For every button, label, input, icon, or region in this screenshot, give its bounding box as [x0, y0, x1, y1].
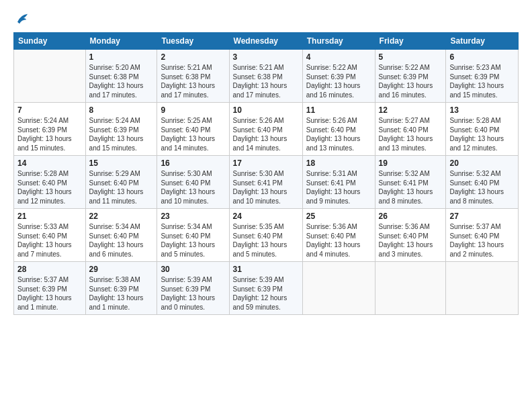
- day-number: 6: [449, 52, 515, 62]
- day-number: 28: [17, 265, 82, 274]
- calendar-cell: 9Sunrise: 5:25 AM Sunset: 6:40 PM Daylig…: [157, 103, 229, 156]
- day-info: Sunrise: 5:28 AM Sunset: 6:40 PM Dayligh…: [449, 116, 515, 152]
- calendar-cell: [302, 262, 375, 315]
- day-info: Sunrise: 5:37 AM Sunset: 6:40 PM Dayligh…: [449, 222, 515, 259]
- calendar-cell: 28Sunrise: 5:37 AM Sunset: 6:39 PM Dayli…: [14, 262, 86, 315]
- day-number: 26: [379, 212, 443, 221]
- calendar-cell: 26Sunrise: 5:36 AM Sunset: 6:40 PM Dayli…: [375, 209, 446, 262]
- day-header-saturday: Saturday: [446, 33, 519, 50]
- day-number: 31: [233, 265, 299, 274]
- day-number: 18: [306, 158, 371, 168]
- day-number: 30: [161, 265, 225, 274]
- day-info: Sunrise: 5:39 AM Sunset: 6:39 PM Dayligh…: [233, 275, 299, 312]
- calendar-cell: 3Sunrise: 5:21 AM Sunset: 6:38 PM Daylig…: [229, 50, 302, 103]
- calendar-cell: 1Sunrise: 5:20 AM Sunset: 6:38 PM Daylig…: [85, 50, 157, 103]
- calendar-cell: 11Sunrise: 5:26 AM Sunset: 6:40 PM Dayli…: [302, 103, 375, 156]
- day-info: Sunrise: 5:30 AM Sunset: 6:41 PM Dayligh…: [233, 169, 299, 205]
- day-number: 14: [17, 158, 82, 168]
- day-info: Sunrise: 5:30 AM Sunset: 6:40 PM Dayligh…: [161, 169, 225, 205]
- day-info: Sunrise: 5:21 AM Sunset: 6:38 PM Dayligh…: [161, 63, 225, 99]
- calendar-cell: 8Sunrise: 5:24 AM Sunset: 6:39 PM Daylig…: [85, 103, 157, 156]
- day-info: Sunrise: 5:22 AM Sunset: 6:39 PM Dayligh…: [379, 63, 443, 99]
- calendar-header-row: SundayMondayTuesdayWednesdayThursdayFrid…: [14, 33, 519, 50]
- calendar-cell: 20Sunrise: 5:32 AM Sunset: 6:40 PM Dayli…: [446, 156, 519, 209]
- day-number: 15: [89, 158, 154, 168]
- day-number: 3: [233, 52, 299, 62]
- calendar-cell: [375, 262, 446, 315]
- week-row-1: 1Sunrise: 5:20 AM Sunset: 6:38 PM Daylig…: [14, 50, 519, 103]
- day-number: 10: [233, 105, 299, 115]
- day-info: Sunrise: 5:22 AM Sunset: 6:39 PM Dayligh…: [306, 63, 371, 99]
- day-info: Sunrise: 5:32 AM Sunset: 6:40 PM Dayligh…: [449, 169, 515, 205]
- calendar-cell: 25Sunrise: 5:36 AM Sunset: 6:40 PM Dayli…: [302, 209, 375, 262]
- calendar-cell: [446, 262, 519, 315]
- day-info: Sunrise: 5:36 AM Sunset: 6:40 PM Dayligh…: [379, 222, 443, 259]
- calendar-cell: 15Sunrise: 5:29 AM Sunset: 6:40 PM Dayli…: [85, 156, 157, 209]
- calendar-cell: 22Sunrise: 5:34 AM Sunset: 6:40 PM Dayli…: [85, 209, 157, 262]
- day-info: Sunrise: 5:26 AM Sunset: 6:40 PM Dayligh…: [306, 116, 371, 152]
- day-header-thursday: Thursday: [302, 33, 375, 50]
- day-header-tuesday: Tuesday: [157, 33, 229, 50]
- day-number: 24: [233, 212, 299, 221]
- day-number: 29: [89, 265, 154, 274]
- day-number: 25: [306, 212, 371, 221]
- calendar-cell: 17Sunrise: 5:30 AM Sunset: 6:41 PM Dayli…: [229, 156, 302, 209]
- week-row-2: 7Sunrise: 5:24 AM Sunset: 6:39 PM Daylig…: [14, 103, 519, 156]
- day-info: Sunrise: 5:32 AM Sunset: 6:41 PM Dayligh…: [379, 169, 443, 205]
- calendar: SundayMondayTuesdayWednesdayThursdayFrid…: [13, 32, 519, 315]
- calendar-cell: 23Sunrise: 5:34 AM Sunset: 6:40 PM Dayli…: [157, 209, 229, 262]
- day-number: 2: [161, 52, 225, 62]
- calendar-cell: [14, 50, 86, 103]
- calendar-cell: 16Sunrise: 5:30 AM Sunset: 6:40 PM Dayli…: [157, 156, 229, 209]
- week-row-5: 28Sunrise: 5:37 AM Sunset: 6:39 PM Dayli…: [14, 262, 519, 315]
- day-number: 5: [379, 52, 443, 62]
- day-info: Sunrise: 5:39 AM Sunset: 6:39 PM Dayligh…: [161, 275, 225, 312]
- calendar-cell: 12Sunrise: 5:27 AM Sunset: 6:40 PM Dayli…: [375, 103, 446, 156]
- day-number: 8: [89, 105, 154, 115]
- day-info: Sunrise: 5:33 AM Sunset: 6:40 PM Dayligh…: [17, 222, 82, 259]
- day-number: 27: [449, 212, 515, 221]
- calendar-cell: 31Sunrise: 5:39 AM Sunset: 6:39 PM Dayli…: [229, 262, 302, 315]
- day-number: 17: [233, 158, 299, 168]
- day-number: 22: [89, 212, 154, 221]
- day-info: Sunrise: 5:24 AM Sunset: 6:39 PM Dayligh…: [89, 116, 154, 152]
- calendar-cell: 5Sunrise: 5:22 AM Sunset: 6:39 PM Daylig…: [375, 50, 446, 103]
- day-number: 21: [17, 212, 82, 221]
- logo-bird-icon: [13, 11, 30, 27]
- day-info: Sunrise: 5:34 AM Sunset: 6:40 PM Dayligh…: [161, 222, 225, 259]
- day-number: 23: [161, 212, 225, 221]
- calendar-cell: 27Sunrise: 5:37 AM Sunset: 6:40 PM Dayli…: [446, 209, 519, 262]
- calendar-cell: 29Sunrise: 5:38 AM Sunset: 6:39 PM Dayli…: [85, 262, 157, 315]
- day-info: Sunrise: 5:34 AM Sunset: 6:40 PM Dayligh…: [89, 222, 154, 259]
- day-info: Sunrise: 5:38 AM Sunset: 6:39 PM Dayligh…: [89, 275, 154, 312]
- day-number: 13: [449, 105, 515, 115]
- calendar-cell: 18Sunrise: 5:31 AM Sunset: 6:41 PM Dayli…: [302, 156, 375, 209]
- header: [13, 11, 519, 27]
- calendar-cell: 2Sunrise: 5:21 AM Sunset: 6:38 PM Daylig…: [157, 50, 229, 103]
- day-info: Sunrise: 5:26 AM Sunset: 6:40 PM Dayligh…: [233, 116, 299, 152]
- calendar-cell: 21Sunrise: 5:33 AM Sunset: 6:40 PM Dayli…: [14, 209, 86, 262]
- day-info: Sunrise: 5:25 AM Sunset: 6:40 PM Dayligh…: [161, 116, 225, 152]
- day-number: 12: [379, 105, 443, 115]
- calendar-cell: 4Sunrise: 5:22 AM Sunset: 6:39 PM Daylig…: [302, 50, 375, 103]
- day-number: 7: [17, 105, 82, 115]
- day-header-monday: Monday: [85, 33, 157, 50]
- day-header-friday: Friday: [375, 33, 446, 50]
- day-info: Sunrise: 5:35 AM Sunset: 6:40 PM Dayligh…: [233, 222, 299, 259]
- day-number: 16: [161, 158, 225, 168]
- calendar-cell: 14Sunrise: 5:28 AM Sunset: 6:40 PM Dayli…: [14, 156, 86, 209]
- day-number: 20: [449, 158, 515, 168]
- page: SundayMondayTuesdayWednesdayThursdayFrid…: [0, 0, 532, 411]
- calendar-cell: 7Sunrise: 5:24 AM Sunset: 6:39 PM Daylig…: [14, 103, 86, 156]
- calendar-cell: 10Sunrise: 5:26 AM Sunset: 6:40 PM Dayli…: [229, 103, 302, 156]
- day-info: Sunrise: 5:27 AM Sunset: 6:40 PM Dayligh…: [379, 116, 443, 152]
- calendar-cell: 13Sunrise: 5:28 AM Sunset: 6:40 PM Dayli…: [446, 103, 519, 156]
- day-info: Sunrise: 5:21 AM Sunset: 6:38 PM Dayligh…: [233, 63, 299, 99]
- day-number: 9: [161, 105, 225, 115]
- day-info: Sunrise: 5:36 AM Sunset: 6:40 PM Dayligh…: [306, 222, 371, 259]
- calendar-cell: 19Sunrise: 5:32 AM Sunset: 6:41 PM Dayli…: [375, 156, 446, 209]
- calendar-cell: 6Sunrise: 5:23 AM Sunset: 6:39 PM Daylig…: [446, 50, 519, 103]
- calendar-cell: 30Sunrise: 5:39 AM Sunset: 6:39 PM Dayli…: [157, 262, 229, 315]
- day-info: Sunrise: 5:20 AM Sunset: 6:38 PM Dayligh…: [89, 63, 154, 99]
- day-info: Sunrise: 5:24 AM Sunset: 6:39 PM Dayligh…: [17, 116, 82, 152]
